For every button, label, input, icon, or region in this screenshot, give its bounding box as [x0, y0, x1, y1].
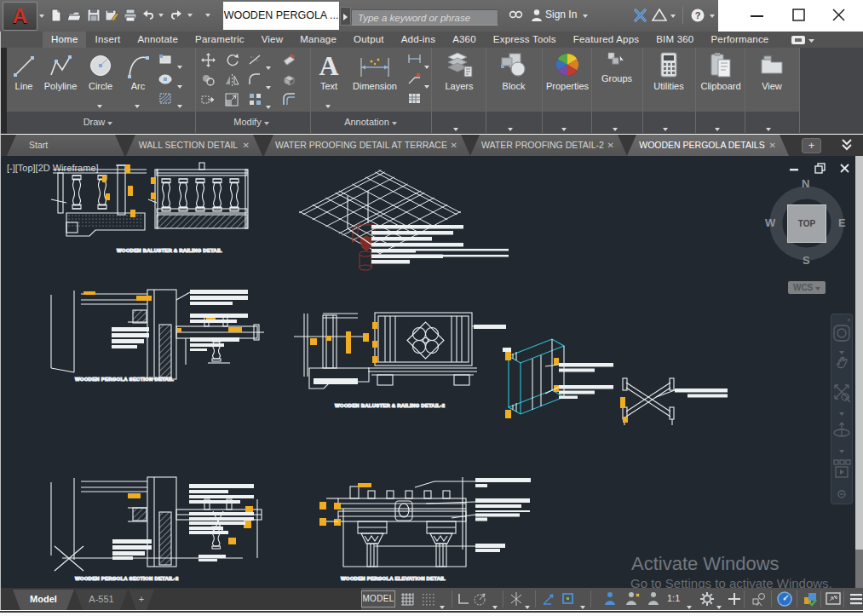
isometric-caret-icon[interactable] — [525, 606, 530, 609]
snap-caret-icon[interactable] — [440, 606, 445, 609]
drawing-pergola-section-detail-2: WOODEN PERGOLA SECTION DETAIL-2 — [51, 477, 262, 581]
drawing-pergola-section-detail: WOODEN PERGOLA SECTION DETAIL — [51, 290, 264, 382]
plus-customization-icon[interactable] — [726, 590, 743, 607]
drawing-baluster-railing-detail-2: WOODEN BALUSTER & RAILING DETAIL-2 — [294, 313, 511, 408]
svg-text:WOODEN PERGOLA SECTION DETAIL-: WOODEN PERGOLA SECTION DETAIL-2 — [75, 576, 179, 581]
autocad-window: A WOODEN PERGOLA ... Type a keyword or p… — [0, 0, 863, 616]
annotation-visibility-icon[interactable] — [601, 590, 618, 607]
isolate-objects-icon[interactable] — [751, 590, 768, 607]
clean-screen-icon[interactable] — [825, 590, 842, 607]
autoscale-annotation-icon[interactable] — [624, 590, 641, 607]
performance-monitor-icon[interactable] — [802, 590, 819, 607]
svg-text:WOODEN PERGOLA SECTION DETAIL: WOODEN PERGOLA SECTION DETAIL — [75, 377, 174, 382]
osnap-caret-icon[interactable] — [580, 606, 585, 609]
workspace-caret-icon[interactable] — [716, 606, 722, 609]
model-tab[interactable]: Model — [13, 590, 74, 610]
svg-text:WOODEN BALUSTER & RAILING DETA: WOODEN BALUSTER & RAILING DETAIL-2 — [335, 403, 446, 408]
customization-menu-icon[interactable] — [848, 590, 863, 607]
grid-display-icon[interactable] — [399, 590, 416, 607]
snap-mode-icon[interactable] — [419, 590, 436, 607]
object-snap-icon[interactable] — [560, 590, 577, 607]
cad-drawings: WOODEN BALUSTER & RAILING DETAIL — [0, 0, 863, 616]
window-left-edge — [0, 32, 1, 610]
polar-tracking-icon[interactable] — [471, 590, 488, 607]
drawing-cross-lap-joint — [620, 378, 728, 425]
drawing-pergola-elevation-detail: WOODEN PERGOLA ELEVATION DETAIL — [319, 477, 531, 581]
polar-caret-icon[interactable] — [492, 606, 498, 609]
drawing-baluster-railing-detail: WOODEN BALUSTER & RAILING DETAIL — [51, 163, 248, 253]
ortho-mode-icon[interactable] — [455, 590, 472, 607]
model-space-button[interactable]: MODEL — [361, 590, 395, 607]
window-bottom-edge — [0, 611, 863, 616]
isometric-drafting-icon[interactable] — [508, 590, 525, 607]
hardware-acceleration-icon[interactable] — [776, 590, 793, 607]
annotation-scale-person-icon[interactable] — [645, 590, 662, 607]
object-snap-tracking-icon[interactable] — [540, 590, 557, 607]
drawing-corner-joint-3d — [505, 339, 613, 418]
layout-tab-a551[interactable]: A-551 — [75, 590, 128, 610]
annotation-scale-value[interactable]: 1:1 — [667, 593, 680, 603]
workspace-gear-icon[interactable] — [699, 590, 716, 607]
scale-caret-icon[interactable] — [687, 606, 692, 609]
svg-text:WOODEN BALUSTER & RAILING DETA: WOODEN BALUSTER & RAILING DETAIL — [117, 248, 222, 253]
drawing-pergola-iso-grid — [298, 170, 509, 270]
activate-windows-watermark: Activate Windows — [631, 553, 780, 575]
svg-text:WOODEN PERGOLA ELEVATION DETAI: WOODEN PERGOLA ELEVATION DETAIL — [341, 576, 446, 581]
